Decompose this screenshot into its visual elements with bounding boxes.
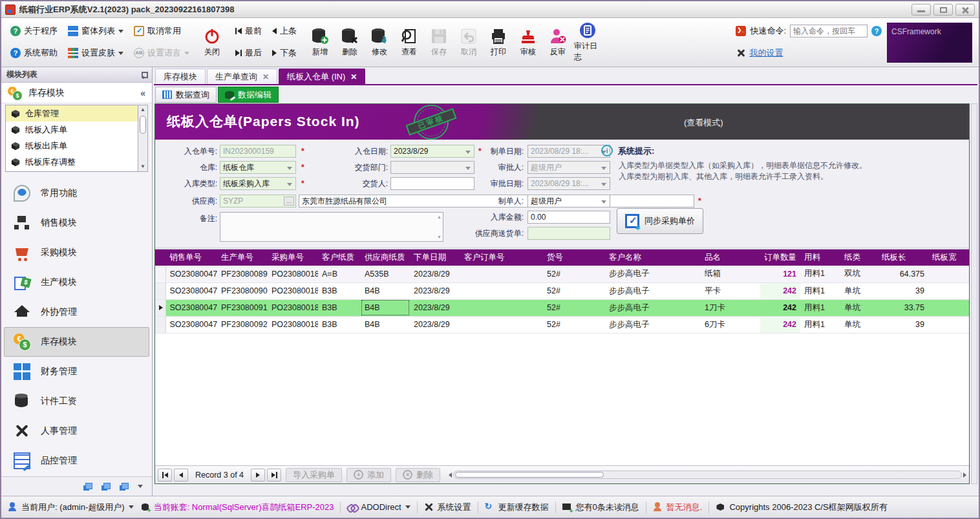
minimize-button[interactable] <box>911 4 931 16</box>
grid-horizontal-scrollbar[interactable] <box>449 470 966 480</box>
grid-column-header[interactable]: 生产单号 <box>217 249 268 266</box>
last-record-nav-button[interactable] <box>267 469 281 482</box>
grid-cell[interactable]: 单坑 <box>840 282 878 299</box>
grid-column-header[interactable]: 下单日期 <box>410 249 460 266</box>
grid-cell[interactable]: 步步高电子 <box>605 266 701 282</box>
delete-button[interactable]: 删除 <box>335 21 365 64</box>
grid-cell[interactable]: PF23080091 <box>217 299 268 316</box>
tab-data-edit[interactable]: 数据编辑 <box>218 87 279 103</box>
modify-button[interactable]: 修改 <box>365 21 394 64</box>
grid-cell[interactable]: 2023/8/29 <box>410 316 460 333</box>
grid-cell[interactable]: 步步高电子 <box>605 316 701 333</box>
grid-column-header[interactable]: 纸类 <box>840 249 878 266</box>
grid-cell[interactable]: 平卡 <box>701 282 760 299</box>
grid-cell[interactable] <box>928 316 969 333</box>
sidebar-module-windows[interactable]: 财务管理 <box>4 357 149 387</box>
grid-cell[interactable]: 单坑 <box>840 299 878 316</box>
print-button[interactable]: 打印 <box>484 21 513 64</box>
grid-cell[interactable] <box>460 316 543 333</box>
grid-cell[interactable]: 2023/8/29 <box>410 282 460 299</box>
audit-button[interactable]: 审核 <box>513 21 543 64</box>
grid-cell[interactable]: SO23080047 <box>165 316 217 333</box>
grid-cell[interactable]: PO23080018 <box>268 266 318 282</box>
scroll-right-icon[interactable] <box>963 472 966 478</box>
lookup-ellipsis-button[interactable]: … <box>284 196 294 206</box>
row-indicator[interactable] <box>155 316 165 333</box>
grid-column-header[interactable]: 供应商纸质 <box>361 249 410 266</box>
grid-column-header[interactable]: 货号 <box>543 249 605 266</box>
more-options-icon[interactable] <box>138 485 143 488</box>
grid-cell[interactable]: 1刀卡 <box>701 299 760 316</box>
grid-cell[interactable]: 242 <box>760 299 800 316</box>
maker-combo[interactable]: 超级用户 <box>527 195 610 207</box>
grid-column-header[interactable]: 用料 <box>800 249 840 266</box>
tile-windows-icon[interactable] <box>101 483 111 491</box>
grid-cell[interactable]: 2023/8/29 <box>410 266 460 282</box>
grid-cell[interactable]: 步步高电子 <box>605 282 701 299</box>
tab-data-query[interactable]: 数据查询 <box>155 87 217 103</box>
grid-cell[interactable]: 52# <box>543 266 605 282</box>
scroll-up-icon[interactable]: ▲ <box>138 105 147 114</box>
grid-cell[interactable]: PF23080090 <box>217 282 268 299</box>
window-list-button[interactable]: 窗体列表 <box>64 23 127 39</box>
grid-cell[interactable]: 双坑 <box>840 266 878 282</box>
row-indicator[interactable] <box>155 299 165 316</box>
row-indicator[interactable] <box>155 282 165 299</box>
grid-cell[interactable] <box>928 282 969 299</box>
grid-cell[interactable]: B4B <box>361 299 410 316</box>
close-tab-icon[interactable]: ✕ <box>350 73 357 81</box>
remark-textarea[interactable]: ▲ ▼ <box>220 212 443 242</box>
scroll-thumb[interactable] <box>140 116 146 134</box>
collapse-icon[interactable]: « <box>140 88 145 98</box>
amount-field[interactable]: 0.00 <box>527 211 610 224</box>
sidebar-item[interactable]: 仓库管理 <box>6 105 138 122</box>
cascade-windows-icon[interactable] <box>83 483 92 491</box>
grid-cell[interactable]: 39 <box>878 282 928 299</box>
pin-icon[interactable] <box>140 71 147 79</box>
spin-up-icon[interactable]: ▲ <box>437 215 442 219</box>
grid-cell[interactable] <box>928 266 969 282</box>
grid-cell[interactable]: 6刀卡 <box>701 316 760 333</box>
grid-cell[interactable]: 用料1 <box>800 282 840 299</box>
next-record-button[interactable]: 下条 <box>269 46 300 60</box>
grid-cell[interactable]: PO23080018 <box>268 299 318 316</box>
close-window-button[interactable] <box>955 4 975 16</box>
grid-cell[interactable]: 单坑 <box>840 316 878 333</box>
grid-cell[interactable]: SO23080047 <box>165 282 217 299</box>
close-form-button[interactable]: 关闭 <box>197 21 227 64</box>
maximize-button[interactable] <box>933 4 953 16</box>
grid-cell[interactable]: SO23080047 <box>165 299 217 316</box>
warehouse-combo[interactable]: 纸板仓库 <box>220 161 296 174</box>
sidebar-module-tools[interactable]: 人事管理 <box>4 416 149 446</box>
stockin-type-combo[interactable]: 纸板采购入库 <box>220 177 296 190</box>
my-settings-link[interactable]: 我的设置 <box>749 47 783 59</box>
grid-row[interactable]: SO23080047PF23080090PO23080018B3BB4B2023… <box>155 282 969 299</box>
tab-papers-stock-in[interactable]: 纸板入仓单 (IN) ✕ <box>279 69 365 84</box>
grid-cell[interactable]: 242 <box>760 316 800 333</box>
page-vertical-scrollbar[interactable] <box>971 103 977 484</box>
stock-grid[interactable]: 销售单号生产单号采购单号客户纸质供应商纸质下单日期客户订单号货号客户名称品名订单… <box>155 249 969 334</box>
grid-cell[interactable]: 242 <box>760 282 800 299</box>
grid-cell[interactable] <box>460 282 543 299</box>
prev-record-button[interactable]: 上条 <box>269 24 300 38</box>
sidebar-module-cart[interactable]: 采购模块 <box>4 238 149 268</box>
grid-column-header[interactable]: 客户纸质 <box>318 249 361 266</box>
delivery-dept-combo[interactable] <box>390 161 474 174</box>
grid-cell[interactable]: 用料1 <box>800 299 840 316</box>
grid-row[interactable]: SO23080047PF23080091PO23080018B3BB4B2023… <box>155 299 969 316</box>
grid-cell[interactable]: A=B <box>318 266 361 282</box>
supplier-code-field[interactable]: SYZP… <box>220 195 296 207</box>
quick-command-input[interactable] <box>790 25 868 37</box>
view-button[interactable]: 查看 <box>394 21 424 64</box>
grid-cell[interactable]: 用料1 <box>800 316 840 333</box>
grid-cell[interactable]: 121 <box>760 266 800 282</box>
sidebar-item[interactable]: 纸板出库单 <box>6 138 138 154</box>
grid-column-header[interactable]: 纸板宽 <box>928 249 969 266</box>
sidebar-module-tag[interactable]: 生产模块 <box>4 268 149 297</box>
grid-cell[interactable] <box>928 299 969 316</box>
sidebar-module-user[interactable]: 常用功能 <box>4 178 149 208</box>
unread-messages[interactable]: 您有0条未读消息 <box>562 502 639 513</box>
grid-cell[interactable]: PF23080092 <box>217 316 268 333</box>
grid-cell[interactable]: PO23080018 <box>268 282 318 299</box>
prev-record-nav-button[interactable] <box>174 469 188 482</box>
